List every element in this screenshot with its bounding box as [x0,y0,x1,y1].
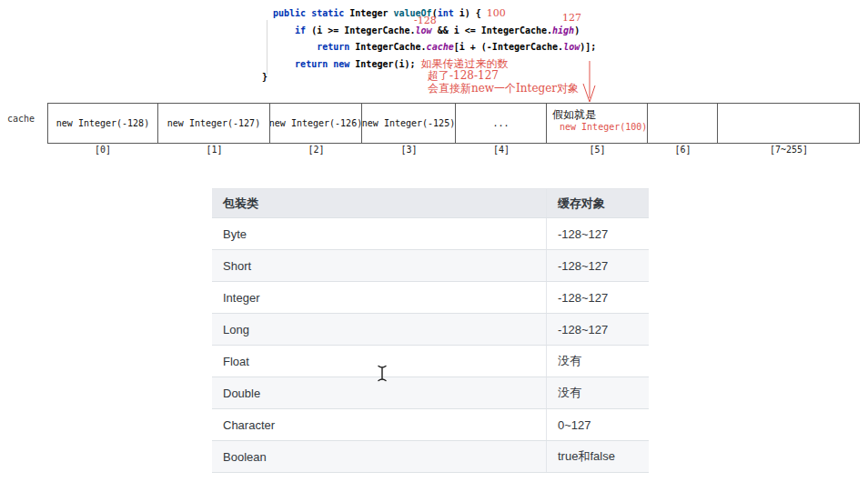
cell-cached-object: -128~127 [547,282,650,314]
cache-array-cell: new Integer(-125) [362,104,456,143]
cache-array-index-label: [4] [456,145,547,155]
cache-array-index-label: [5] [547,145,648,155]
cache-array-cell [718,104,859,143]
cache-array-cell: new Integer(-127) [158,104,270,143]
cache-array-label: cache [7,114,35,124]
cell-text: ... [492,118,509,128]
cache-array-index-label: [6] [648,145,718,155]
cell-wrapper-class: Byte [212,218,547,250]
cache-array: new Integer(-128)new Integer(-127)new In… [47,103,860,144]
annotation-high-value: 127 [562,13,581,24]
cache-array-index-label: [7~255] [718,145,860,155]
cache-array-index-label: [0] [47,145,158,155]
cache-array-cell: ... [456,104,547,143]
indent-guide [267,20,267,75]
cell-cached-object: 没有 [547,377,650,409]
annotation-low-value: -128 [414,15,437,26]
table-row: Double没有 [212,377,649,409]
cell-wrapper-class: Integer [212,282,547,314]
cell-wrapper-class: Short [212,250,547,282]
cache-array-index-label: [1] [158,145,270,155]
cell-cached-object: -128~127 [547,314,650,346]
annotation-note-line3: 会直接新new一个Integer对象 [428,83,579,94]
table-row: Float没有 [212,346,649,377]
cell-text: new Integer(-128) [56,118,149,128]
header-wrapper-class: 包装类 [212,189,547,218]
table-row: Long-128~127 [212,314,649,346]
code-line: } [262,71,267,83]
cell-text: new Integer(-127) [167,118,260,128]
cache-array-cell: new Integer(-126) [270,104,362,143]
cell-wrapper-class: Long [212,314,547,346]
cell-red-text: new Integer(100) [560,121,647,133]
table-row: Character0~127 [212,409,649,441]
cell-cached-object: -128~127 [547,218,650,250]
cell-note-text: 假如就是 [552,108,596,121]
page: public static Integer valueOf(int i) { 1… [0,0,868,482]
cell-text: new Integer(-125) [362,118,455,128]
cache-array-indexes: [0][1][2][3][4][5][6][7~255] [47,145,860,155]
table-header-row: 包装类 缓存对象 [212,189,649,218]
cache-array-cell: 假如就是new Integer(100) [547,104,648,143]
cache-array-cell [648,104,718,143]
code-line: public static Integer valueOf(int i) { 1… [273,7,506,19]
header-cached-object: 缓存对象 [547,189,650,218]
code-line: return IntegerCache.cache[i + (-IntegerC… [273,41,596,53]
annotation-note-line2: 超了-128-127 [428,70,499,81]
red-arrow-down-icon [579,58,601,105]
wrapper-cache-table: 包装类 缓存对象 Byte-128~127Short-128~127Intege… [212,188,649,473]
cell-cached-object: 没有 [547,346,650,377]
cell-text: new Integer(-126) [270,118,362,128]
table-row: Byte-128~127 [212,218,649,250]
cell-cached-object: 0~127 [547,409,650,441]
cell-wrapper-class: Boolean [212,441,547,473]
cache-array-index-label: [3] [362,145,456,155]
cache-array-index-label: [2] [270,145,362,155]
text-cursor-ibeam-icon [377,365,388,382]
cell-cached-object: -128~127 [547,250,650,282]
cell-cached-object: true和false [547,441,650,473]
table-row: Integer-128~127 [212,282,649,314]
cache-array-cell: new Integer(-128) [48,104,158,143]
table-row: Short-128~127 [212,250,649,282]
table-row: Booleantrue和false [212,441,649,473]
cell-wrapper-class: Character [212,409,547,441]
